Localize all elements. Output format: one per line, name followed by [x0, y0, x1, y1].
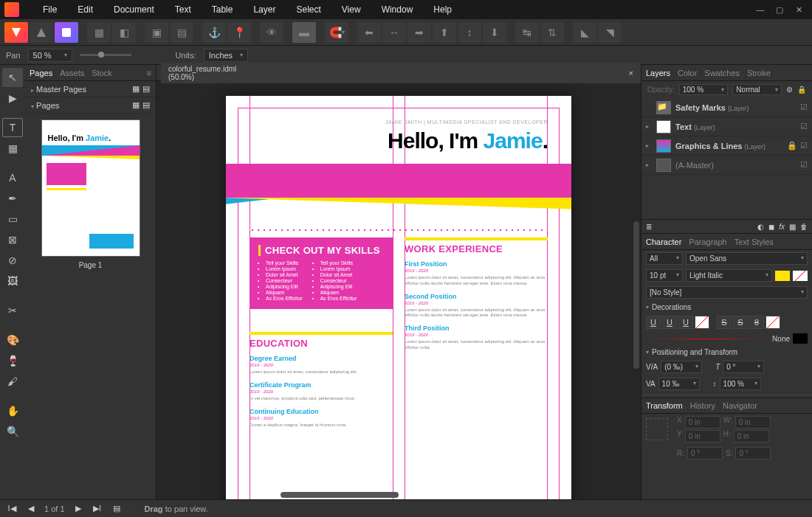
lock-icon[interactable]: 🔒 [797, 86, 806, 94]
distribute-v-icon[interactable]: ⇅ [540, 22, 564, 43]
panel-menu-icon[interactable]: ≡ [147, 69, 151, 77]
page-canvas[interactable]: JAMIE SMITH | MULTIMEDIA SPECIALIST AND … [226, 96, 571, 499]
persona-photo[interactable] [55, 22, 78, 43]
layer-text[interactable]: ▸ Text (Layer) ☑ [641, 117, 812, 136]
visibility-check-icon[interactable]: ☑ [800, 103, 808, 112]
node-tool[interactable]: ▶ [2, 89, 23, 108]
persona-designer[interactable] [30, 22, 53, 43]
shape-tool[interactable]: ⊘ [2, 251, 23, 270]
image-frame-icon[interactable]: ▣ [145, 22, 168, 43]
move-tool[interactable]: ↖ [2, 68, 23, 87]
mask-icon[interactable]: ◼ [768, 223, 774, 231]
underline3-icon[interactable]: U [678, 316, 693, 329]
place-image-tool[interactable]: 🖼 [2, 271, 23, 291]
menu-window[interactable]: Window [371, 4, 424, 15]
menu-select[interactable]: Select [286, 4, 331, 15]
adj-icon[interactable]: ◐ [757, 223, 764, 231]
anchor-icon[interactable]: ⚓ [202, 22, 226, 43]
vertical-scrollbar[interactable] [633, 221, 639, 369]
strike-icon[interactable]: S [717, 316, 732, 329]
tab-text-styles[interactable]: Text Styles [734, 237, 774, 246]
move-back-icon[interactable]: ◣ [573, 22, 596, 43]
layers-icon[interactable]: ▤ [170, 22, 193, 43]
horizontal-scrollbar[interactable] [281, 492, 399, 498]
document-tab[interactable]: colorful_resume.idml (50.0%) × [161, 63, 641, 83]
font-family-dropdown[interactable]: Open Sans▾ [686, 252, 808, 265]
no-stroke-swatch[interactable] [793, 271, 808, 281]
anchor-grid[interactable] [646, 418, 668, 440]
text-color-swatch[interactable] [775, 271, 790, 281]
pen-tool[interactable]: ✒ [2, 189, 23, 208]
strike2-icon[interactable]: S [733, 316, 748, 329]
visibility-check-icon[interactable]: ☑ [800, 122, 808, 131]
menu-table[interactable]: Table [202, 4, 244, 15]
align-center-h-icon[interactable]: ↔ [382, 22, 406, 43]
tab-pages[interactable]: Pages [30, 69, 52, 77]
layer-master[interactable]: ▸ (A-Master) ☑ [641, 156, 812, 175]
add-layer-icon[interactable]: ▦ [789, 223, 796, 231]
last-page-button[interactable]: ▶I [92, 504, 103, 513]
align-left-icon[interactable]: ⬅ [357, 22, 381, 43]
font-size-dropdown[interactable]: 10 pt▾ [646, 269, 683, 282]
tab-transform[interactable]: Transform [646, 401, 683, 410]
snap-icon[interactable]: 🧲▾ [325, 22, 348, 43]
master-add-icon[interactable]: ▦ [132, 84, 140, 94]
h-input[interactable]: 0 in [734, 430, 769, 443]
zoom-tool[interactable]: 🔍 [2, 422, 23, 441]
r-input[interactable]: 0 ° [687, 447, 723, 459]
prefs-icon[interactable]: ◧ [112, 22, 136, 43]
underline2-icon[interactable]: U [662, 316, 677, 329]
y-input[interactable]: 0 in [685, 430, 720, 443]
skew-input[interactable]: 0 °▾ [723, 361, 764, 373]
page-1-thumbnail[interactable]: Hello, I'm Jamie. Page 1 [41, 119, 140, 269]
opacity-dropdown[interactable]: 100 %▾ [679, 84, 729, 95]
close-button[interactable]: ✕ [794, 5, 803, 15]
tab-stroke[interactable]: Stroke [747, 69, 771, 77]
artistic-text-tool[interactable]: A [2, 168, 23, 187]
autoflow-icon[interactable]: ▤ [111, 504, 123, 513]
s-input[interactable]: 0 ° [735, 447, 771, 459]
tab-swatches[interactable]: Swatches [704, 69, 740, 77]
tracking-input[interactable]: (0 ‰)▾ [661, 361, 702, 373]
first-page-button[interactable]: I◀ [6, 504, 18, 513]
persona-publisher[interactable] [4, 22, 28, 43]
underline-icon[interactable]: U [646, 316, 661, 329]
layer-safety-marks[interactable]: 📁 Safety Marks (Layer) ☑ [641, 98, 812, 117]
units-dropdown[interactable]: Inches▾ [204, 49, 248, 62]
baseline-input[interactable]: 10 ‰▾ [658, 378, 700, 390]
menu-view[interactable]: View [331, 4, 371, 15]
distribute-h-icon[interactable]: ↹ [515, 22, 539, 43]
align-right-icon[interactable]: ➡ [407, 22, 431, 43]
tab-layers[interactable]: Layers [646, 69, 670, 77]
strike3-icon[interactable]: 8 [749, 316, 764, 329]
zoom-dropdown[interactable]: 50 %▾ [28, 49, 72, 62]
maximize-button[interactable]: ▢ [775, 5, 784, 15]
blend-dropdown[interactable]: Normal▾ [732, 84, 782, 95]
vector-brush-tool[interactable]: 🖌 [2, 372, 23, 391]
align-top-icon[interactable]: ⬆ [433, 22, 456, 43]
char-style-dropdown[interactable]: [No Style]▾ [646, 286, 808, 299]
menu-text[interactable]: Text [165, 4, 202, 15]
visibility-check-icon[interactable]: ☑ [800, 141, 808, 150]
layer-graphics[interactable]: ▸ Graphics & Lines (Layer) 🔒☑ [641, 136, 812, 156]
menu-edit[interactable]: Edit [67, 4, 103, 15]
crop-tool[interactable]: ✂ [2, 301, 23, 320]
master-opts-icon[interactable]: ▤ [142, 84, 150, 94]
layers-stack-icon[interactable]: ≣ [646, 223, 652, 231]
close-tab-icon[interactable]: × [629, 69, 633, 77]
zoom-slider[interactable] [80, 54, 131, 56]
w-input[interactable]: 0 in [735, 416, 771, 428]
fill-tool[interactable]: 🎨 [2, 330, 23, 350]
picture-frame-tool[interactable]: ⊠ [2, 230, 23, 249]
lock-icon[interactable]: 🔒 [787, 141, 797, 150]
tab-stock[interactable]: Stock [92, 69, 112, 77]
pan-tool[interactable]: ✋ [2, 401, 23, 420]
document-icon[interactable]: ▦ [87, 22, 111, 43]
pages-section-label[interactable]: Pages [36, 101, 59, 110]
fx-icon[interactable]: fx [779, 223, 785, 231]
pin-icon[interactable]: 📍 [227, 22, 251, 43]
rectangle-tool[interactable]: ▭ [2, 209, 23, 229]
menu-help[interactable]: Help [423, 4, 462, 15]
table-tool[interactable]: ▦ [2, 139, 23, 158]
no-strike-icon[interactable] [765, 316, 780, 329]
